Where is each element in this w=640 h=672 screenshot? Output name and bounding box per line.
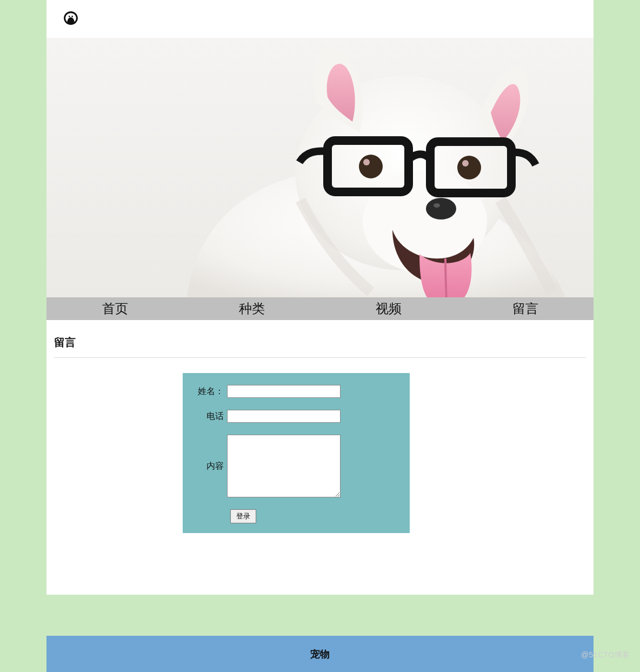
main-nav: 首页 种类 视频 留言: [46, 297, 594, 320]
hero-banner: [46, 38, 594, 297]
svg-point-9: [363, 159, 370, 165]
pet-hands-logo-icon: [62, 9, 80, 29]
nav-video[interactable]: 视频: [320, 300, 457, 317]
svg-point-11: [462, 160, 469, 167]
content-textarea[interactable]: [227, 435, 341, 497]
svg-point-0: [69, 16, 70, 17]
svg-point-1: [71, 16, 73, 17]
phone-input[interactable]: [227, 410, 341, 423]
svg-point-4: [426, 198, 456, 219]
name-label: 姓名：: [195, 386, 227, 397]
message-form: 姓名： 电话 内容 登录: [183, 373, 410, 533]
dog-with-glasses-icon: [46, 38, 594, 297]
section-title: 留言: [54, 335, 586, 357]
nav-message[interactable]: 留言: [457, 300, 594, 317]
name-input[interactable]: [227, 385, 341, 398]
divider: [54, 357, 586, 358]
submit-button[interactable]: 登录: [230, 509, 256, 523]
footer-text: 宠物: [310, 648, 330, 661]
logo-box: [46, 0, 95, 38]
svg-point-8: [359, 155, 383, 178]
footer: 宠物: [46, 636, 594, 672]
content-area: 留言 姓名： 电话 内容 登录: [46, 320, 594, 533]
nav-category[interactable]: 种类: [183, 300, 320, 317]
svg-point-10: [457, 156, 481, 179]
svg-point-5: [434, 203, 440, 208]
content-label: 内容: [195, 461, 227, 472]
page-container: 首页 种类 视频 留言 留言 姓名： 电话 内容 登录: [46, 0, 594, 595]
phone-label: 电话: [195, 411, 227, 422]
nav-home[interactable]: 首页: [46, 300, 183, 317]
